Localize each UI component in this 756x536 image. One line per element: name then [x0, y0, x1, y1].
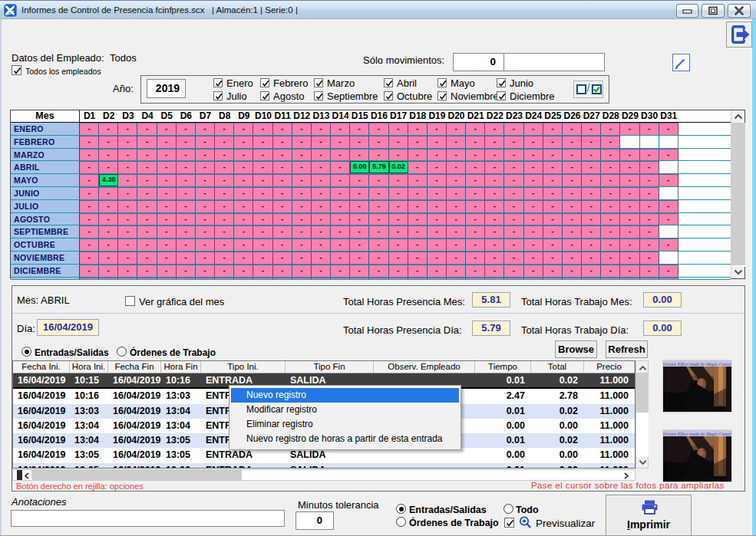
svg-text:Welcome Effect made by Magic C: Welcome Effect made by Magic Camera — [663, 432, 731, 436]
svg-text:Welcome Effect made by Magic C: Welcome Effect made by Magic Camera — [663, 362, 731, 367]
